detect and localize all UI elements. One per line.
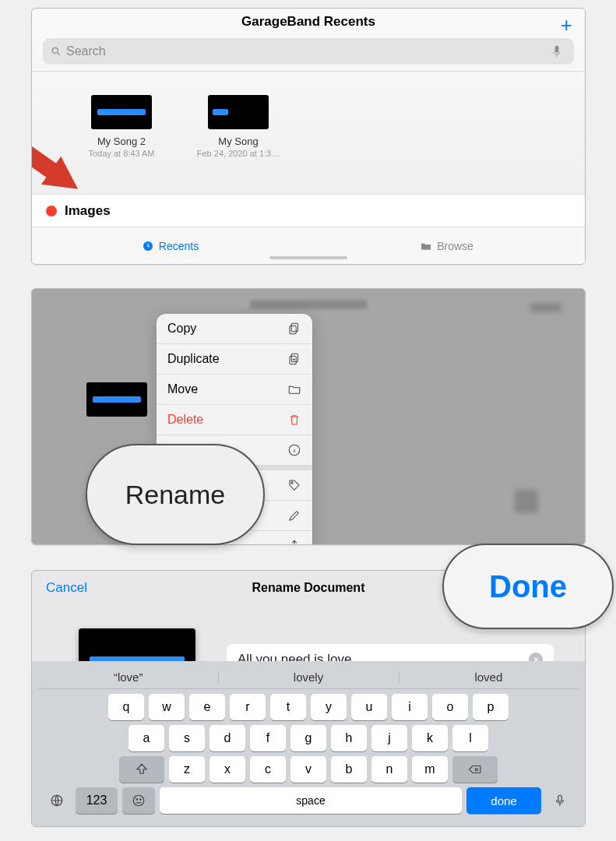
tab-label: Browse: [437, 240, 473, 252]
key-w[interactable]: w: [149, 694, 185, 720]
file-thumbnail: [86, 382, 147, 417]
tab-label: Recents: [159, 240, 199, 252]
key-t[interactable]: t: [270, 694, 306, 720]
key-n[interactable]: n: [371, 756, 407, 783]
svg-rect-6: [291, 354, 297, 362]
globe-key[interactable]: [43, 787, 71, 814]
key-q[interactable]: q: [108, 694, 144, 720]
key-v[interactable]: v: [290, 756, 326, 783]
tab-browse[interactable]: Browse: [308, 240, 585, 252]
page-title: GarageBand Recents: [241, 14, 375, 30]
file-name: My Song: [218, 135, 258, 147]
blurred-element: [515, 490, 538, 513]
section-label: Images: [65, 203, 111, 219]
suggestion[interactable]: loved: [399, 666, 579, 688]
svg-point-9: [291, 482, 293, 484]
backspace-key[interactable]: [452, 756, 498, 783]
folder-icon: [420, 240, 432, 252]
emoji-key[interactable]: [122, 787, 155, 814]
callout-rename: Rename: [86, 444, 265, 545]
tag-icon: [287, 478, 301, 492]
svg-point-13: [140, 799, 142, 801]
add-button[interactable]: +: [561, 13, 572, 37]
key-c[interactable]: c: [250, 756, 286, 783]
suggestion[interactable]: “love”: [38, 666, 218, 688]
red-dot-icon: [46, 206, 57, 216]
done-key[interactable]: done: [466, 787, 541, 814]
key-d[interactable]: d: [209, 725, 245, 751]
svg-point-12: [136, 799, 138, 801]
clock-icon: [142, 240, 154, 252]
numbers-key[interactable]: 123: [76, 787, 118, 814]
svg-rect-7: [290, 356, 296, 364]
key-b[interactable]: b: [331, 756, 367, 783]
modal-title: Rename Document: [252, 581, 365, 595]
share-icon: [287, 539, 301, 545]
file-item[interactable]: My Song 2 Today at 8:43 AM: [79, 95, 164, 158]
mic-icon[interactable]: [552, 45, 561, 58]
suggestion[interactable]: lovely: [218, 666, 398, 688]
recents-panel: GarageBand Recents + Search My Song 2 To…: [31, 8, 586, 265]
search-placeholder: Search: [66, 44, 552, 58]
key-a[interactable]: a: [128, 725, 164, 751]
file-date: Today at 8:43 AM: [89, 149, 155, 158]
key-k[interactable]: k: [412, 725, 448, 751]
key-g[interactable]: g: [290, 725, 326, 751]
shift-icon: [135, 762, 149, 776]
emoji-icon: [132, 793, 146, 808]
key-y[interactable]: y: [311, 694, 347, 720]
duplicate-icon: [287, 352, 301, 366]
key-h[interactable]: h: [331, 725, 367, 751]
cancel-button[interactable]: Cancel: [46, 580, 87, 596]
info-icon: [287, 443, 301, 457]
key-u[interactable]: u: [351, 694, 387, 720]
backspace-icon: [468, 762, 482, 776]
callout-label: Done: [489, 569, 567, 604]
callout-label: Rename: [125, 480, 226, 510]
file-grid: My Song 2 Today at 8:43 AM My Song Feb 2…: [32, 72, 585, 158]
key-r[interactable]: r: [230, 694, 266, 720]
space-key[interactable]: space: [160, 787, 462, 814]
shift-key[interactable]: [119, 756, 164, 783]
tab-recents[interactable]: Recents: [32, 240, 308, 252]
menu-item-duplicate[interactable]: Duplicate: [157, 344, 312, 375]
key-z[interactable]: z: [169, 756, 205, 783]
folder-icon: [287, 382, 301, 396]
key-j[interactable]: j: [371, 725, 407, 751]
file-thumbnail: [91, 95, 152, 129]
blurred-title: [250, 300, 367, 309]
file-date: Feb 24, 2020 at 1:3…: [197, 149, 280, 158]
key-s[interactable]: s: [169, 725, 205, 751]
svg-rect-14: [558, 795, 562, 801]
dictation-key[interactable]: [546, 787, 574, 814]
images-section[interactable]: Images: [32, 194, 585, 227]
menu-item-delete[interactable]: Delete: [157, 405, 312, 435]
svg-point-0: [52, 48, 58, 53]
menu-item-copy[interactable]: Copy: [157, 314, 312, 344]
key-x[interactable]: x: [209, 756, 245, 783]
copy-icon: [287, 322, 301, 336]
home-indicator: [269, 256, 347, 259]
keyboard: “love” lovely loved qwertyuiop asdfghjkl…: [32, 661, 585, 826]
search-input[interactable]: Search: [43, 38, 574, 65]
blurred-button: [530, 303, 561, 312]
mic-icon: [553, 793, 567, 808]
menu-item-move[interactable]: Move: [157, 375, 312, 405]
globe-icon: [50, 793, 64, 808]
key-e[interactable]: e: [189, 694, 225, 720]
svg-line-1: [58, 53, 60, 55]
key-i[interactable]: i: [392, 694, 428, 720]
pencil-icon: [287, 508, 301, 523]
key-m[interactable]: m: [412, 756, 448, 783]
svg-rect-2: [555, 46, 559, 53]
key-f[interactable]: f: [250, 725, 286, 751]
key-l[interactable]: l: [452, 725, 488, 751]
svg-point-11: [133, 795, 144, 806]
file-name: My Song 2: [97, 135, 146, 147]
file-item[interactable]: My Song Feb 24, 2020 at 1:3…: [195, 95, 281, 158]
file-thumbnail: [208, 95, 269, 129]
svg-rect-4: [291, 323, 297, 332]
key-o[interactable]: o: [432, 694, 468, 720]
svg-rect-5: [290, 325, 296, 334]
key-p[interactable]: p: [473, 694, 509, 720]
